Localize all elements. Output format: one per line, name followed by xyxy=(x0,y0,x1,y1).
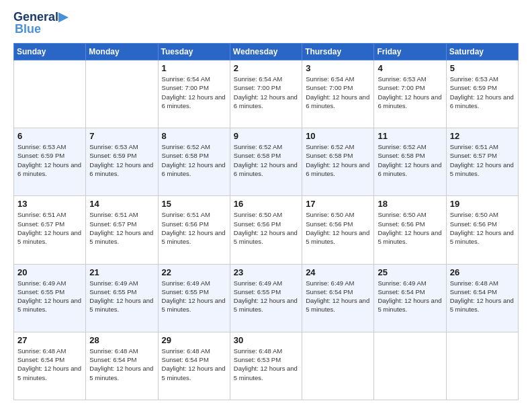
logo-blue: Blue xyxy=(15,23,41,35)
day-number: 12 xyxy=(450,131,515,141)
weekday-header: Wednesday xyxy=(230,44,302,60)
sunrise: Sunrise: 6:48 AM xyxy=(17,347,66,355)
sunset: Sunset: 6:56 PM xyxy=(162,220,209,228)
calendar-cell: 5 Sunrise: 6:53 AM Sunset: 6:59 PM Dayli… xyxy=(446,60,518,128)
day-number: 20 xyxy=(17,267,82,277)
sunrise: Sunrise: 6:49 AM xyxy=(234,279,282,287)
sunset: Sunset: 6:54 PM xyxy=(378,288,425,295)
daylight: Daylight: 12 hours and 6 minutes. xyxy=(234,93,298,109)
calendar-week-row: 27 Sunrise: 6:48 AM Sunset: 6:54 PM Dayl… xyxy=(14,332,519,400)
cell-info: Sunrise: 6:49 AM Sunset: 6:55 PM Dayligh… xyxy=(234,279,298,314)
calendar-cell: 13 Sunrise: 6:51 AM Sunset: 6:57 PM Dayl… xyxy=(14,196,86,264)
sunrise: Sunrise: 6:48 AM xyxy=(89,347,138,355)
daylight: Daylight: 12 hours and 5 minutes. xyxy=(234,365,298,381)
daylight: Daylight: 12 hours and 6 minutes. xyxy=(306,161,369,177)
sunset: Sunset: 6:56 PM xyxy=(306,220,353,228)
sunset: Sunset: 6:55 PM xyxy=(234,288,281,295)
calendar-cell: 4 Sunrise: 6:53 AM Sunset: 7:00 PM Dayli… xyxy=(374,60,446,128)
daylight: Daylight: 12 hours and 6 minutes. xyxy=(378,93,441,109)
calendar-cell: 30 Sunrise: 6:48 AM Sunset: 6:53 PM Dayl… xyxy=(230,332,302,400)
cell-info: Sunrise: 6:48 AM Sunset: 6:54 PM Dayligh… xyxy=(450,279,515,314)
weekday-header: Thursday xyxy=(302,44,374,60)
daylight: Daylight: 12 hours and 5 minutes. xyxy=(89,365,153,381)
daylight: Daylight: 12 hours and 5 minutes. xyxy=(234,297,298,313)
daylight: Daylight: 12 hours and 6 minutes. xyxy=(17,161,81,177)
sunrise: Sunrise: 6:50 AM xyxy=(378,211,426,218)
calendar-cell: 29 Sunrise: 6:48 AM Sunset: 6:54 PM Dayl… xyxy=(158,332,230,400)
cell-info: Sunrise: 6:49 AM Sunset: 6:54 PM Dayligh… xyxy=(378,279,442,314)
sunrise: Sunrise: 6:51 AM xyxy=(450,143,498,150)
calendar-cell: 14 Sunrise: 6:51 AM Sunset: 6:57 PM Dayl… xyxy=(86,196,158,264)
sunrise: Sunrise: 6:49 AM xyxy=(17,279,66,287)
daylight: Daylight: 12 hours and 5 minutes. xyxy=(450,161,514,177)
calendar-cell xyxy=(374,332,446,400)
daylight: Daylight: 12 hours and 5 minutes. xyxy=(234,229,298,245)
calendar-cell: 21 Sunrise: 6:49 AM Sunset: 6:55 PM Dayl… xyxy=(86,264,158,332)
day-number: 23 xyxy=(234,267,298,277)
day-number: 5 xyxy=(450,63,515,73)
day-number: 18 xyxy=(378,199,442,209)
calendar-cell xyxy=(302,332,374,400)
sunset: Sunset: 6:57 PM xyxy=(450,152,497,159)
day-number: 9 xyxy=(234,131,298,141)
calendar-cell: 15 Sunrise: 6:51 AM Sunset: 6:56 PM Dayl… xyxy=(158,196,230,264)
sunset: Sunset: 6:56 PM xyxy=(378,220,425,228)
cell-info: Sunrise: 6:52 AM Sunset: 6:58 PM Dayligh… xyxy=(306,142,370,178)
weekday-header: Monday xyxy=(86,44,158,60)
day-number: 25 xyxy=(378,267,442,277)
calendar-cell: 16 Sunrise: 6:50 AM Sunset: 6:56 PM Dayl… xyxy=(230,196,302,264)
cell-info: Sunrise: 6:52 AM Sunset: 6:58 PM Dayligh… xyxy=(234,142,298,178)
daylight: Daylight: 12 hours and 5 minutes. xyxy=(89,229,153,245)
cell-info: Sunrise: 6:53 AM Sunset: 6:59 PM Dayligh… xyxy=(17,142,82,178)
calendar-cell: 2 Sunrise: 6:54 AM Sunset: 7:00 PM Dayli… xyxy=(230,60,302,128)
sunset: Sunset: 6:58 PM xyxy=(234,152,281,159)
cell-info: Sunrise: 6:54 AM Sunset: 7:00 PM Dayligh… xyxy=(162,75,226,110)
calendar-header-row: SundayMondayTuesdayWednesdayThursdayFrid… xyxy=(14,44,519,60)
sunrise: Sunrise: 6:53 AM xyxy=(450,75,498,83)
daylight: Daylight: 12 hours and 5 minutes. xyxy=(162,229,226,245)
sunrise: Sunrise: 6:50 AM xyxy=(234,211,282,218)
sunset: Sunset: 6:57 PM xyxy=(89,220,136,228)
calendar-cell: 22 Sunrise: 6:49 AM Sunset: 6:55 PM Dayl… xyxy=(158,264,230,332)
sunrise: Sunrise: 6:49 AM xyxy=(89,279,138,287)
sunrise: Sunrise: 6:54 AM xyxy=(162,75,210,83)
daylight: Daylight: 12 hours and 5 minutes. xyxy=(17,229,81,245)
cell-info: Sunrise: 6:53 AM Sunset: 6:59 PM Dayligh… xyxy=(89,142,154,178)
calendar-week-row: 6 Sunrise: 6:53 AM Sunset: 6:59 PM Dayli… xyxy=(14,128,519,196)
day-number: 22 xyxy=(162,267,226,277)
sunrise: Sunrise: 6:51 AM xyxy=(89,211,138,218)
day-number: 1 xyxy=(162,63,226,73)
sunrise: Sunrise: 6:49 AM xyxy=(162,279,210,287)
day-number: 15 xyxy=(162,199,226,209)
calendar-week-row: 13 Sunrise: 6:51 AM Sunset: 6:57 PM Dayl… xyxy=(14,196,519,264)
sunset: Sunset: 6:55 PM xyxy=(89,288,136,295)
day-number: 11 xyxy=(378,131,442,141)
cell-info: Sunrise: 6:54 AM Sunset: 7:00 PM Dayligh… xyxy=(306,75,370,110)
sunset: Sunset: 7:00 PM xyxy=(162,84,209,91)
sunrise: Sunrise: 6:48 AM xyxy=(162,347,210,355)
sunset: Sunset: 6:56 PM xyxy=(234,220,281,228)
sunset: Sunset: 6:56 PM xyxy=(450,220,497,228)
day-number: 6 xyxy=(17,131,82,141)
calendar-cell: 9 Sunrise: 6:52 AM Sunset: 6:58 PM Dayli… xyxy=(230,128,302,196)
daylight: Daylight: 12 hours and 5 minutes. xyxy=(306,229,369,245)
weekday-header: Tuesday xyxy=(158,44,230,60)
calendar-cell: 20 Sunrise: 6:49 AM Sunset: 6:55 PM Dayl… xyxy=(14,264,86,332)
sunrise: Sunrise: 6:52 AM xyxy=(378,143,426,150)
day-number: 2 xyxy=(234,63,298,73)
cell-info: Sunrise: 6:49 AM Sunset: 6:55 PM Dayligh… xyxy=(162,279,226,314)
day-number: 21 xyxy=(89,267,154,277)
sunset: Sunset: 6:58 PM xyxy=(378,152,425,159)
weekday-header: Saturday xyxy=(446,44,518,60)
calendar-cell: 10 Sunrise: 6:52 AM Sunset: 6:58 PM Dayl… xyxy=(302,128,374,196)
cell-info: Sunrise: 6:50 AM Sunset: 6:56 PM Dayligh… xyxy=(306,210,370,246)
calendar-cell: 24 Sunrise: 6:49 AM Sunset: 6:54 PM Dayl… xyxy=(302,264,374,332)
sunrise: Sunrise: 6:53 AM xyxy=(17,143,66,150)
sunrise: Sunrise: 6:53 AM xyxy=(89,143,138,150)
sunset: Sunset: 6:54 PM xyxy=(89,356,136,363)
sunset: Sunset: 7:00 PM xyxy=(378,84,425,91)
sunset: Sunset: 6:57 PM xyxy=(17,220,64,228)
calendar-cell: 18 Sunrise: 6:50 AM Sunset: 6:56 PM Dayl… xyxy=(374,196,446,264)
sunset: Sunset: 6:59 PM xyxy=(450,84,497,91)
sunset: Sunset: 6:55 PM xyxy=(162,288,209,295)
